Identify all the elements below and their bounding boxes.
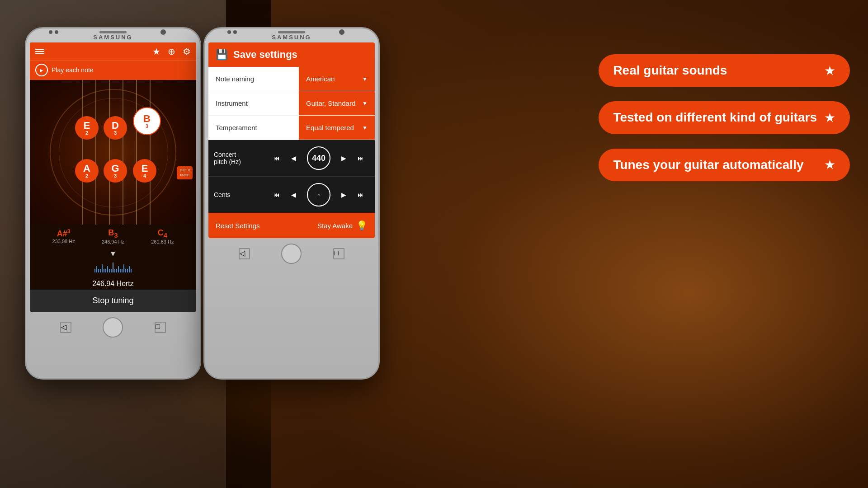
- phone-1-dots: [49, 30, 58, 34]
- note-freq-asharp3: 233,08 Hz: [52, 239, 75, 244]
- tick: [109, 269, 110, 272]
- play-label: Play each note: [52, 66, 94, 74]
- phone-1-top-bar: [26, 28, 200, 34]
- tick: [125, 269, 126, 272]
- phone-1-screen: ★ ⊕ ⚙ ▶ Play each note: [30, 42, 196, 312]
- feature-1-text: Real guitar sounds: [613, 62, 817, 79]
- pitch-skip-back[interactable]: ⏮: [274, 155, 280, 162]
- menu-button[interactable]: □: [155, 322, 166, 333]
- cents-back[interactable]: ◀: [291, 191, 296, 198]
- phone2-back-button[interactable]: ◁: [239, 248, 250, 259]
- note-naming-value[interactable]: American ▼: [299, 67, 375, 91]
- phone2-home-button[interactable]: [281, 244, 302, 264]
- notes-display: A#3 233,08 Hz B3 246,94 Hz C4 261,63 Hz: [30, 225, 196, 248]
- reset-row: Reset Settings Stay Awake 💡: [208, 213, 375, 238]
- note-naming-row: Note naming American ▼: [208, 67, 375, 91]
- tuner-arrow: ▼: [33, 250, 193, 258]
- phone-2-camera: [339, 29, 344, 35]
- phone2-menu-button[interactable]: □: [333, 248, 344, 259]
- phone-1-bottom: ◁ □: [26, 312, 200, 343]
- phone-1-brand: SAMSUNG: [26, 34, 200, 42]
- note-naming-text: American: [306, 75, 335, 83]
- tuner-scale: [33, 258, 193, 276]
- string-4: [123, 80, 123, 225]
- tick: [120, 269, 121, 272]
- temperament-row: Temperament Equal tempered ▼: [208, 116, 375, 140]
- stay-awake-toggle[interactable]: Stay Awake 💡: [317, 220, 368, 231]
- tick: [116, 269, 117, 272]
- bulb-icon: 💡: [356, 220, 368, 231]
- screen-1-content: ★ ⊕ ⚙ ▶ Play each note: [30, 42, 196, 312]
- tick: [123, 264, 124, 272]
- temperament-text: Equal tempered: [306, 124, 354, 131]
- string-1: [82, 80, 83, 225]
- guitar-strings: [30, 80, 196, 225]
- play-bar: ▶ Play each note: [30, 61, 196, 80]
- back-button[interactable]: ◁: [60, 322, 71, 333]
- note-g3[interactable]: G3: [104, 159, 127, 183]
- temperament-value[interactable]: Equal tempered ▼: [299, 116, 375, 140]
- tick: [104, 269, 104, 272]
- home-button[interactable]: [103, 317, 123, 338]
- tick: [131, 269, 132, 272]
- cents-skip-forward[interactable]: ⏭: [358, 191, 364, 198]
- cents-value-circle: ○: [307, 183, 330, 206]
- feature-card-2: Tested on different kind of guitars ★: [599, 101, 850, 134]
- save-settings-header: 💾 Save settings: [208, 42, 375, 67]
- instrument-label: Instrument: [208, 91, 299, 115]
- stop-tuning-button[interactable]: Stop tuning: [30, 290, 196, 312]
- note-freq-b3: 246,94 Hz: [102, 239, 124, 244]
- add-icon[interactable]: ⊕: [168, 46, 175, 57]
- tuner-bar: ▼: [30, 248, 196, 278]
- cents-row: Cents ⏮ ◀ ○ ▶ ⏭: [208, 177, 375, 213]
- phone-2-screen: 💾 Save settings Note naming American ▼ I…: [208, 42, 375, 238]
- screen-1-header: ★ ⊕ ⚙: [30, 42, 196, 61]
- pitch-forward[interactable]: ▶: [341, 155, 346, 162]
- tick: [129, 266, 130, 272]
- cents-value: ○: [317, 192, 320, 197]
- note-name-c4: C4: [151, 228, 174, 239]
- save-icon: 💾: [216, 49, 228, 61]
- pitch-skip-forward[interactable]: ⏭: [358, 155, 364, 162]
- feature-1-star: ★: [824, 63, 835, 78]
- string-2: [95, 80, 96, 225]
- get-free-badge[interactable]: GET itFREE: [177, 166, 193, 179]
- temperament-arrow: ▼: [362, 125, 368, 131]
- feature-card-1: Real guitar sounds ★: [599, 54, 850, 87]
- tick: [122, 269, 123, 272]
- cents-skip-back[interactable]: ⏮: [274, 191, 280, 198]
- tick: [98, 269, 99, 272]
- phone-1-camera: [160, 29, 166, 35]
- save-settings-title: Save settings: [233, 49, 297, 61]
- cents-controls: ⏮ ◀ ○ ▶ ⏭: [268, 183, 369, 206]
- phone-2-dot-2: [233, 30, 237, 34]
- settings-icon[interactable]: ⚙: [183, 46, 191, 57]
- note-e4[interactable]: E4: [133, 159, 156, 183]
- temperament-label: Temperament: [208, 116, 299, 140]
- cents-forward[interactable]: ▶: [341, 191, 346, 198]
- note-freq-c4: 261,63 Hz: [151, 239, 174, 244]
- phone-2-dot-1: [227, 30, 231, 34]
- tick: [100, 269, 101, 272]
- favorite-icon[interactable]: ★: [152, 46, 160, 57]
- hamburger-menu[interactable]: [35, 49, 44, 54]
- instrument-arrow: ▼: [362, 100, 368, 107]
- pitch-back[interactable]: ◀: [291, 155, 296, 162]
- tick: [96, 266, 97, 272]
- screen-2-content: 💾 Save settings Note naming American ▼ I…: [208, 42, 375, 238]
- instrument-value[interactable]: Guitar, Standard ▼: [299, 91, 375, 115]
- stay-awake-label: Stay Awake: [317, 222, 353, 230]
- note-info-asharp3: A#3 233,08 Hz: [52, 228, 75, 244]
- feature-3-star: ★: [824, 157, 835, 172]
- phone-dot-1: [49, 30, 52, 34]
- feature-cards-container: Real guitar sounds ★ Tested on different…: [599, 54, 850, 181]
- instrument-text: Guitar, Standard: [306, 99, 355, 107]
- note-e2[interactable]: E2: [75, 116, 99, 140]
- reset-settings-button[interactable]: Reset Settings: [216, 222, 260, 230]
- note-d3[interactable]: D3: [104, 116, 127, 140]
- note-a2[interactable]: A2: [75, 159, 99, 183]
- note-b3-active[interactable]: B3: [133, 107, 161, 135]
- note-name-b3: B3: [102, 228, 124, 239]
- play-button[interactable]: ▶: [35, 64, 48, 76]
- tick-center: [113, 263, 113, 272]
